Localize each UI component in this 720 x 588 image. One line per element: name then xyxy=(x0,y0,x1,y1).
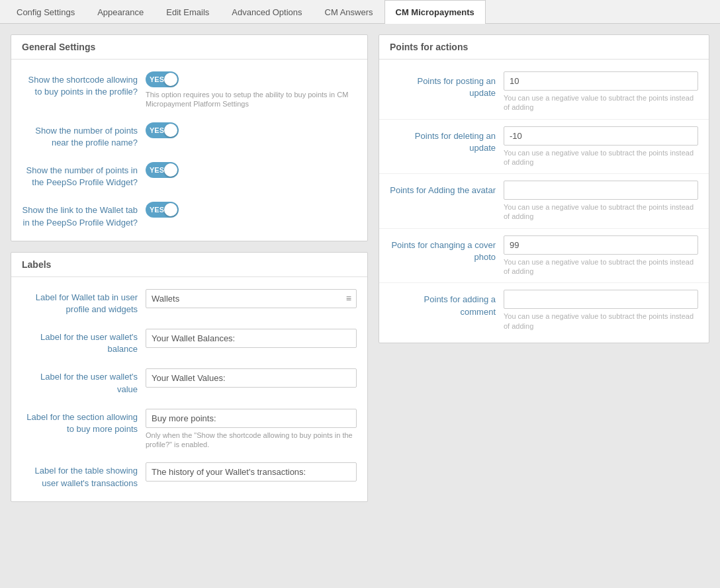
points-label-avatar: Points for Adding the avatar xyxy=(390,181,496,196)
left-column: General Settings Show the shortcode allo… xyxy=(11,34,368,502)
main-content: General Settings Show the shortcode allo… xyxy=(0,24,720,513)
right-column: Points for actions Points for posting an… xyxy=(379,34,709,502)
label-label-wallet-balance: Label for the user wallet's balance xyxy=(22,329,138,355)
points-row-comment: Points for adding a comment You can use … xyxy=(379,283,709,337)
setting-control-show-points-peepso: YES xyxy=(146,162,357,178)
list-icon: ≡ xyxy=(346,293,351,304)
label-control-buy-points: Only when the "Show the shortcode allowi… xyxy=(146,409,357,450)
transactions-input[interactable] xyxy=(146,462,357,482)
setting-label-show-points-near-name: Show the number of points near the profi… xyxy=(22,122,138,149)
points-row-avatar: Points for Adding the avatar You can use… xyxy=(379,174,709,229)
toggle-track-show-points-near-name: YES xyxy=(146,122,179,138)
buy-points-input[interactable] xyxy=(146,409,357,428)
general-settings-body: Show the shortcode allowing to buy point… xyxy=(11,60,367,241)
label-row-wallet-balance: Label for the user wallet's balance xyxy=(11,322,367,362)
points-for-actions-title: Points for actions xyxy=(379,35,709,60)
tab-edit-emails[interactable]: Edit Emails xyxy=(155,0,220,24)
points-hint-comment: You can use a negative value to subtract… xyxy=(504,312,698,331)
label-row-buy-points: Label for the section allowing to buy mo… xyxy=(11,402,367,456)
label-control-wallet-balance xyxy=(146,329,357,348)
toggle-label-show-points-peepso: YES xyxy=(150,166,164,174)
toggle-show-shortcode[interactable]: YES xyxy=(146,71,357,87)
points-hint-avatar: You can use a negative value to subtract… xyxy=(504,202,698,222)
toggle-label-show-shortcode: YES xyxy=(150,75,164,83)
label-row-wallet-value: Label for the user wallet's value xyxy=(11,362,367,401)
points-row-cover: Points for changing a cover photo You ca… xyxy=(379,229,709,284)
toggle-track-show-points-peepso: YES xyxy=(146,162,179,178)
labels-title: Labels xyxy=(11,253,367,277)
toggle-knob-show-shortcode xyxy=(164,73,177,86)
points-hint-deleting: You can use a negative value to subtract… xyxy=(504,148,698,167)
tab-advanced-options[interactable]: Advanced Options xyxy=(220,0,313,24)
points-hint-cover: You can use a negative value to subtract… xyxy=(504,257,698,276)
points-input-cover[interactable] xyxy=(504,235,698,255)
label-row-wallet-tab: Label for Wallet tab in user profile and… xyxy=(11,282,367,322)
tab-appearance[interactable]: Appearance xyxy=(86,0,155,24)
setting-control-show-link-wallet: YES xyxy=(146,202,357,218)
toggle-show-link-wallet[interactable]: YES xyxy=(146,202,357,218)
setting-row-show-link-wallet: Show the link to the Wallet tab in the P… xyxy=(11,195,367,235)
setting-label-show-points-peepso: Show the number of points in the PeepSo … xyxy=(22,162,138,189)
labels-body: Label for Wallet tab in user profile and… xyxy=(11,277,367,501)
toggle-label-show-link-wallet: YES xyxy=(150,206,164,214)
points-control-avatar: You can use a negative value to subtract… xyxy=(504,181,698,222)
wallet-value-input[interactable] xyxy=(146,368,357,388)
setting-label-show-link-wallet: Show the link to the Wallet tab in the P… xyxy=(22,202,138,228)
points-body: Points for posting an update You can use… xyxy=(379,60,709,343)
label-row-transactions: Label for the table showing user wallet'… xyxy=(11,456,367,495)
points-input-avatar[interactable] xyxy=(504,181,698,200)
toggle-show-points-near-name[interactable]: YES xyxy=(146,122,357,138)
toggle-show-points-peepso[interactable]: YES xyxy=(146,162,357,178)
points-row-deleting: Points for deleting an update You can us… xyxy=(379,120,709,175)
points-control-comment: You can use a negative value to subtract… xyxy=(504,290,698,331)
setting-row-show-shortcode: Show the shortcode allowing to buy point… xyxy=(11,65,367,116)
label-label-wallet-tab: Label for Wallet tab in user profile and… xyxy=(22,289,138,315)
points-control-cover: You can use a negative value to subtract… xyxy=(504,235,698,276)
points-label-posting: Points for posting an update xyxy=(390,71,496,99)
setting-row-show-points-near-name: Show the number of points near the profi… xyxy=(11,116,367,155)
points-row-posting: Points for posting an update You can use… xyxy=(379,65,709,120)
setting-hint-show-shortcode: This option requires you to setup the ab… xyxy=(146,90,357,109)
wallet-balance-input[interactable] xyxy=(146,329,357,348)
wallet-tab-input[interactable] xyxy=(146,289,357,308)
points-input-comment[interactable] xyxy=(504,290,698,309)
label-control-wallet-value xyxy=(146,368,357,388)
wallet-tab-input-wrapper: ≡ xyxy=(146,289,357,308)
tab-config-settings[interactable]: Config Settings xyxy=(5,0,86,24)
label-label-wallet-value: Label for the user wallet's value xyxy=(22,368,138,395)
toggle-knob-show-link-wallet xyxy=(164,203,177,216)
points-label-comment: Points for adding a comment xyxy=(390,290,496,317)
tab-cm-answers[interactable]: CM Answers xyxy=(314,0,384,24)
tabs-bar: Config Settings Appearance Edit Emails A… xyxy=(0,0,720,24)
tab-cm-micropayments[interactable]: CM Micropayments xyxy=(384,0,486,24)
toggle-label-show-points-near-name: YES xyxy=(150,126,164,134)
points-hint-posting: You can use a negative value to subtract… xyxy=(504,93,698,112)
points-input-deleting[interactable] xyxy=(504,126,698,146)
setting-row-show-points-peepso: Show the number of points in the PeepSo … xyxy=(11,155,367,195)
general-settings-title: General Settings xyxy=(11,35,367,60)
toggle-track-show-link-wallet: YES xyxy=(146,202,179,218)
buy-points-hint: Only when the "Show the shortcode allowi… xyxy=(146,431,357,450)
setting-label-show-shortcode: Show the shortcode allowing to buy point… xyxy=(22,71,138,98)
points-for-actions-panel: Points for actions Points for posting an… xyxy=(379,34,709,343)
label-label-transactions: Label for the table showing user wallet'… xyxy=(22,462,138,489)
points-control-posting: You can use a negative value to subtract… xyxy=(504,71,698,112)
setting-control-show-shortcode: YES This option requires you to setup th… xyxy=(146,71,357,109)
toggle-track-show-shortcode: YES xyxy=(146,71,179,87)
points-input-posting[interactable] xyxy=(504,71,698,91)
toggle-knob-show-points-near-name xyxy=(164,124,177,137)
setting-control-show-points-near-name: YES xyxy=(146,122,357,138)
general-settings-panel: General Settings Show the shortcode allo… xyxy=(11,34,368,241)
points-control-deleting: You can use a negative value to subtract… xyxy=(504,126,698,167)
points-label-deleting: Points for deleting an update xyxy=(390,126,496,154)
labels-panel: Labels Label for Wallet tab in user prof… xyxy=(11,252,368,502)
label-control-transactions xyxy=(146,462,357,482)
toggle-knob-show-points-peepso xyxy=(164,163,177,177)
label-control-wallet-tab: ≡ xyxy=(146,289,357,308)
label-label-buy-points: Label for the section allowing to buy mo… xyxy=(22,409,138,435)
points-label-cover: Points for changing a cover photo xyxy=(390,235,496,263)
